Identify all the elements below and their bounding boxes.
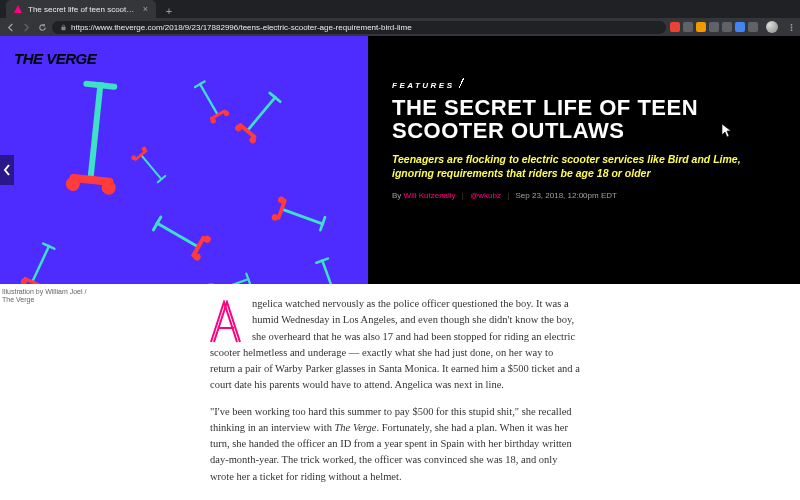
extension-icon[interactable] — [735, 22, 745, 32]
byline-by: By — [392, 191, 401, 200]
scooter-icon — [307, 252, 352, 284]
extension-icons — [670, 22, 758, 32]
reload-button[interactable] — [36, 21, 48, 33]
scooter-icon — [230, 84, 291, 147]
page-content: THE VERGE — [0, 36, 800, 500]
scooter-icon — [204, 266, 256, 284]
publication-name: The Verge — [335, 422, 377, 433]
kebab-menu-icon[interactable] — [786, 22, 796, 32]
svg-rect-6 — [88, 82, 104, 178]
byline-timestamp: Sep 23, 2018, 12:00pm EDT — [515, 191, 616, 200]
extension-icon[interactable] — [683, 22, 693, 32]
forward-button[interactable] — [20, 21, 32, 33]
image-caption: Illustration by William Joel / The Verge — [0, 284, 100, 305]
svg-rect-1 — [61, 26, 65, 30]
article-headline: THE SECRET LIFE OF TEEN SCOOTER OUTLAWS — [392, 96, 776, 142]
hero-illustration: THE VERGE — [0, 36, 368, 284]
browser-toolbar: https://www.theverge.com/2018/9/23/17882… — [0, 18, 800, 36]
svg-rect-11 — [247, 96, 277, 131]
address-bar[interactable]: https://www.theverge.com/2018/9/23/17882… — [52, 21, 666, 34]
svg-rect-16 — [155, 221, 198, 248]
tab-title: The secret life of teen scooter … — [28, 5, 137, 14]
dropcap-icon — [210, 300, 244, 344]
svg-rect-46 — [141, 155, 163, 181]
svg-rect-12 — [238, 122, 257, 139]
svg-point-19 — [202, 234, 212, 244]
extension-icon[interactable] — [670, 22, 680, 32]
hero-text-panel: FEATURES THE SECRET LIFE OF TEEN SCOOTER… — [368, 36, 800, 284]
extension-icon[interactable] — [748, 22, 758, 32]
svg-point-2 — [790, 23, 792, 25]
scooter-icon — [16, 237, 64, 284]
tab-favicon-icon — [14, 5, 22, 13]
scooter-icon — [269, 191, 332, 241]
svg-marker-0 — [14, 5, 22, 13]
scooter-icon — [187, 75, 233, 127]
extension-icon[interactable] — [722, 22, 732, 32]
tab-close-icon[interactable]: × — [143, 4, 148, 14]
url-text: https://www.theverge.com/2018/9/23/17882… — [71, 23, 412, 32]
hero: THE VERGE — [0, 36, 800, 284]
scooter-icon — [54, 73, 136, 200]
extension-icon[interactable] — [709, 22, 719, 32]
paragraph-text: ngelica watched nervously as the police … — [210, 298, 580, 390]
profile-avatar[interactable] — [766, 21, 778, 33]
kicker-label: FEATURES — [392, 78, 465, 90]
byline-handle[interactable]: @wkubz — [470, 191, 501, 200]
browser-tab[interactable]: The secret life of teen scooter … × — [6, 0, 156, 18]
kicker[interactable]: FEATURES — [392, 78, 776, 90]
svg-rect-31 — [198, 83, 218, 115]
svg-rect-21 — [31, 245, 50, 282]
byline: By Will Kutzenally | @wkubz | Sep 23, 20… — [392, 191, 776, 200]
extension-icon[interactable] — [696, 22, 706, 32]
scooter-icon — [128, 143, 172, 189]
browser-chrome: The secret life of teen scooter … × + ht… — [0, 0, 800, 36]
svg-point-4 — [790, 29, 792, 31]
article-deck: Teenagers are flocking to electric scoot… — [392, 152, 772, 180]
article-body: ngelica watched nervously as the police … — [210, 296, 580, 495]
byline-author[interactable]: Will Kutzenally — [404, 191, 456, 200]
svg-rect-42 — [210, 282, 219, 284]
article-paragraph: "I've been working too hard this summer … — [210, 404, 580, 485]
cursor-icon — [722, 124, 732, 140]
svg-rect-41 — [215, 278, 250, 284]
article-paragraph: ngelica watched nervously as the police … — [210, 296, 580, 394]
secure-lock-icon — [60, 24, 67, 31]
back-button[interactable] — [4, 21, 16, 33]
site-logo[interactable]: THE VERGE — [14, 50, 96, 67]
svg-rect-36 — [321, 259, 337, 284]
gallery-prev-icon[interactable] — [0, 155, 14, 185]
svg-rect-26 — [282, 208, 324, 226]
svg-point-3 — [790, 26, 792, 28]
scooter-icon — [145, 205, 215, 266]
tab-strip: The secret life of teen scooter … × + — [0, 0, 800, 18]
new-tab-button[interactable]: + — [162, 4, 176, 18]
